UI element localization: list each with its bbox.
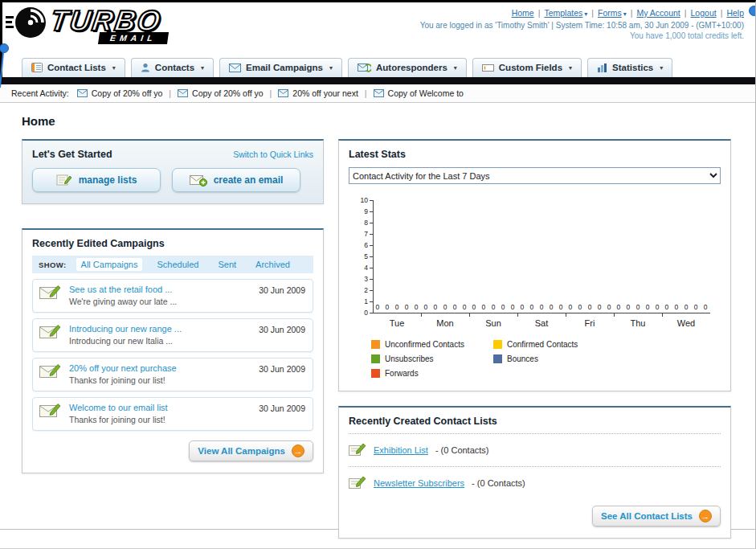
recent-activity-text: Copy of Welcome to <box>388 88 464 98</box>
tab-sent[interactable]: Sent <box>213 258 241 271</box>
chart-x-axis-label: Thu <box>614 318 662 328</box>
contact-list-item[interactable]: Newsletter Subscribers - (0 Contacts) <box>349 473 721 493</box>
recent-activity-text: 20% off your next <box>292 88 358 98</box>
divider <box>349 466 721 467</box>
contact-list-name[interactable]: Newsletter Subscribers <box>374 478 464 488</box>
right-column: Latest Stats Contact Activity for the La… <box>338 139 731 539</box>
get-started-panel: Let's Get Started Switch to Quick Links … <box>22 139 324 204</box>
create-email-button[interactable]: create an email <box>172 168 300 192</box>
chevron-down-icon: ▾ <box>112 64 116 72</box>
campaign-row[interactable]: Introducing our new range ... Introducin… <box>32 318 313 352</box>
credits-note: You have 1,000 total credits left. <box>420 31 744 40</box>
campaign-title[interactable]: Introducing our new range ... <box>69 324 182 334</box>
view-all-campaigns-button[interactable]: View All Campaigns → <box>189 440 313 461</box>
legend-item: Forwards <box>371 369 493 378</box>
legend-label: Confirmed Contacts <box>507 340 578 349</box>
campaign-title[interactable]: 20% off your next purchase <box>69 363 177 374</box>
nav-tab-statistics[interactable]: Statistics ▾ <box>587 58 672 77</box>
tab-scheduled[interactable]: Scheduled <box>152 258 203 271</box>
recent-activity-item[interactable]: 20% off your next <box>278 88 358 98</box>
chart-x-tick <box>421 313 422 317</box>
chart-value-labels: 0 0 0 0 0 <box>373 303 421 311</box>
recently-created-contact-lists-panel: Recently Created Contact Lists Exhibitio… <box>338 406 731 539</box>
tab-all-campaigns[interactable]: All Campaigns <box>76 258 143 271</box>
custom-fields-icon <box>482 64 494 72</box>
see-all-contact-lists-label: See All Contact Lists <box>601 511 693 521</box>
envelope-plus-icon <box>190 174 207 186</box>
recent-activity-item[interactable]: Copy of 20% off yo <box>178 88 264 98</box>
chart-y-axis-label: 2 <box>349 286 368 294</box>
chart-y-axis-label: 7 <box>349 230 368 238</box>
recent-activity-item[interactable]: Copy of 20% off yo <box>77 88 163 98</box>
decorative-callout <box>0 43 10 89</box>
nav-tab-autoresponders[interactable]: Autoresponders ▾ <box>348 58 467 77</box>
chart-value-labels: 0 0 0 0 0 <box>566 303 614 311</box>
campaign-row[interactable]: 20% off your next purchase Thanks for jo… <box>32 358 313 391</box>
chart-x-axis-label: Mon <box>421 318 469 328</box>
campaign-row[interactable]: Welcome to our email list Thanks for joi… <box>32 397 313 431</box>
chevron-down-icon: ▾ <box>569 64 572 72</box>
switch-to-quick-links-link[interactable]: Switch to Quick Links <box>233 150 313 159</box>
manage-lists-button[interactable]: manage lists <box>32 168 161 192</box>
campaign-date: 30 Jun 2009 <box>259 404 305 413</box>
nav-tab-email-campaigns[interactable]: Email Campaigns ▾ <box>219 58 342 77</box>
chevron-down-icon: ▾ <box>584 10 587 18</box>
campaign-row[interactable]: See us at the retail food ... We're givi… <box>32 279 313 313</box>
header-link-forms[interactable]: Forms▾ <box>598 8 627 18</box>
main-content: Home Let's Get Started Switch to Quick L… <box>0 103 755 530</box>
separator: | <box>365 88 367 98</box>
header-link-help[interactable]: Help <box>726 8 744 18</box>
envelope-icon <box>77 89 88 97</box>
logo: TURBO EMAIL <box>6 5 247 52</box>
contact-list-name[interactable]: Exhibition List <box>374 445 428 455</box>
chevron-down-icon: ▾ <box>201 64 204 72</box>
campaign-title[interactable]: Welcome to our email list <box>69 403 168 413</box>
contact-list-item[interactable]: Exhibition List - (0 Contacts) <box>349 440 721 460</box>
nav-tab-contacts[interactable]: Contacts ▾ <box>131 58 214 77</box>
nav-tab-label: Contacts <box>155 63 194 72</box>
campaign-title[interactable]: See us at the retail food ... <box>69 285 177 295</box>
email-campaigns-icon <box>229 64 241 72</box>
tab-archived[interactable]: Archived <box>251 258 295 271</box>
stats-filter-select[interactable]: Contact Activity for the Last 7 Days <box>349 167 721 184</box>
chart-x-axis-label: Wed <box>662 318 710 328</box>
panel-title: Latest Stats <box>349 149 721 160</box>
header-link-home[interactable]: Home <box>512 8 534 18</box>
legend-label: Unsubscribes <box>385 354 434 363</box>
recent-activity-text: Copy of 20% off yo <box>92 88 163 98</box>
envelope-pencil-icon <box>39 363 62 379</box>
header-link-templates[interactable]: Templates▾ <box>544 8 587 18</box>
chevron-down-icon: ▾ <box>454 64 457 72</box>
separator: | <box>270 88 272 98</box>
campaigns-filter-bar: SHOW: All Campaigns Scheduled Sent Archi… <box>32 256 313 273</box>
chart-value-labels: 0 0 0 0 0 <box>421 303 469 311</box>
divider <box>349 433 721 434</box>
chart-y-axis-label: 6 <box>349 241 368 249</box>
campaign-subtitle: Introducing our new Italia ... <box>69 336 182 346</box>
contacts-icon <box>141 63 150 72</box>
nav-tab-custom-fields[interactable]: Custom Fields ▾ <box>472 58 582 77</box>
show-label: SHOW: <box>39 260 67 269</box>
recent-activity-bar: Recent Activity: Copy of 20% off yo | Co… <box>0 84 755 103</box>
chart-y-axis-label: 5 <box>349 252 368 260</box>
logo-text: TURBO EMAIL <box>51 6 161 35</box>
legend-swatch <box>493 340 502 349</box>
recently-edited-campaigns-panel: Recently Edited Campaigns SHOW: All Camp… <box>22 228 324 473</box>
chart-y-axis-label: 4 <box>349 264 368 272</box>
see-all-contact-lists-button[interactable]: See All Contact Lists → <box>592 506 721 526</box>
chart-y-axis <box>373 200 374 313</box>
panel-title: Let's Get Started <box>32 149 112 160</box>
panel-title: Recently Edited Campaigns <box>32 238 313 249</box>
chevron-down-icon: ▾ <box>623 10 627 18</box>
header-link-logout[interactable]: Logout <box>691 8 717 18</box>
header-link-my-account[interactable]: My Account <box>637 8 680 18</box>
stats-chart-legend: Unconfirmed ContactsConfirmed ContactsUn… <box>371 340 721 378</box>
envelope-icon <box>374 89 384 97</box>
header-link-label: Forms <box>598 8 622 18</box>
chart-y-axis-label: 1 <box>349 297 368 305</box>
chart-value-labels: 0 0 0 0 0 <box>469 303 517 311</box>
nav-tab-contact-lists[interactable]: Contact Lists ▾ <box>22 58 125 77</box>
recent-activity-text: Copy of 20% off yo <box>192 88 264 98</box>
decorative-dot <box>749 6 756 16</box>
recent-activity-item[interactable]: Copy of Welcome to <box>374 88 464 98</box>
